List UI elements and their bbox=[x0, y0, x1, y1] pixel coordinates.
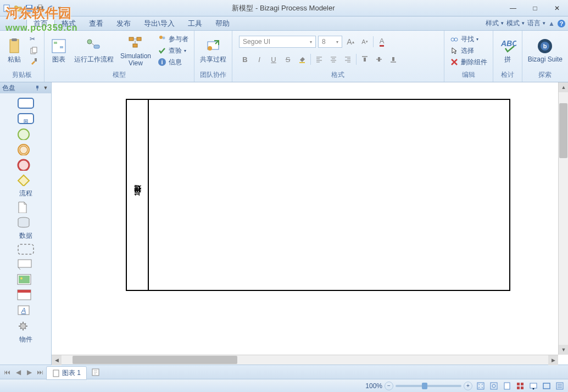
palette-start-event[interactable] bbox=[0, 126, 51, 142]
pin-icon[interactable] bbox=[35, 85, 40, 91]
strikethrough-button[interactable]: S bbox=[282, 53, 294, 65]
tab-nav-prev-icon[interactable]: ◀ bbox=[13, 367, 23, 377]
pool[interactable]: 进程 1 bbox=[126, 99, 510, 291]
palette-task[interactable] bbox=[0, 96, 51, 111]
format-painter-button[interactable] bbox=[27, 57, 41, 66]
horizontal-scrollbar[interactable]: ◀ ▶ bbox=[52, 355, 558, 365]
palette-gear[interactable] bbox=[0, 318, 51, 334]
zoom-slider[interactable] bbox=[396, 385, 461, 387]
simulation-view-button[interactable]: SimulationView bbox=[118, 33, 153, 68]
shrink-font-button[interactable]: A▾ bbox=[359, 36, 371, 48]
language-dropdown[interactable]: 语言 ▼ bbox=[527, 19, 546, 28]
align-left-button[interactable] bbox=[313, 53, 325, 65]
bizagi-suite-button[interactable]: b Bizagi Suite bbox=[526, 36, 565, 64]
spell-button[interactable]: ABC 拼 bbox=[497, 36, 519, 64]
palette-data-object[interactable] bbox=[0, 199, 51, 215]
save-icon[interactable] bbox=[24, 3, 34, 13]
cut-button[interactable]: ✂ bbox=[27, 35, 41, 44]
palette-annotation[interactable] bbox=[0, 257, 51, 272]
palette-dropdown-icon[interactable]: ▼ bbox=[42, 85, 49, 91]
palette-header[interactable] bbox=[0, 288, 51, 303]
help-icon[interactable]: ? bbox=[557, 19, 566, 28]
align-right-button[interactable] bbox=[342, 53, 354, 65]
grow-font-button[interactable]: A▴ bbox=[344, 36, 357, 48]
scroll-up-icon[interactable]: ▲ bbox=[559, 82, 568, 92]
view-grid-icon[interactable] bbox=[515, 381, 525, 391]
vertical-scrollbar[interactable]: ▲ ▼ bbox=[558, 82, 568, 355]
zoom-level[interactable]: 100% bbox=[365, 382, 382, 390]
scroll-thumb[interactable] bbox=[559, 103, 567, 158]
fill-color-button[interactable] bbox=[296, 53, 308, 65]
font-size-combo[interactable]: 8▾ bbox=[318, 36, 342, 48]
participants-button[interactable]: 参与者 bbox=[155, 34, 191, 44]
validate-button[interactable]: 查验 ▾ bbox=[155, 46, 191, 56]
palette-text-format[interactable]: A bbox=[0, 303, 51, 318]
find-button[interactable]: 寻找 ▾ bbox=[448, 34, 489, 44]
view-page-icon[interactable] bbox=[502, 381, 512, 391]
new-tab-button[interactable] bbox=[88, 368, 103, 377]
app-menu-button[interactable] bbox=[2, 17, 26, 30]
zoom-slider-thumb[interactable] bbox=[422, 383, 427, 389]
palette-subprocess[interactable] bbox=[0, 111, 51, 126]
tab-nav-last-icon[interactable]: ⏭ bbox=[35, 367, 45, 377]
minimize-button[interactable]: — bbox=[502, 1, 524, 15]
scroll-down-icon[interactable]: ▼ bbox=[559, 345, 568, 355]
palette-intermediate-event[interactable] bbox=[0, 142, 51, 157]
underline-button[interactable]: U bbox=[268, 53, 280, 65]
tab-nav-next-icon[interactable]: ▶ bbox=[24, 367, 34, 377]
palette-gateway[interactable] bbox=[0, 172, 51, 188]
zoom-in-button[interactable]: + bbox=[464, 382, 472, 390]
copy-button[interactable] bbox=[27, 46, 41, 55]
palette-image[interactable] bbox=[0, 272, 51, 288]
zoom-out-button[interactable]: − bbox=[385, 382, 393, 390]
view-list-icon[interactable] bbox=[555, 381, 565, 391]
font-combo[interactable]: Segoe UI▾ bbox=[239, 36, 316, 48]
info-button[interactable]: i信息 bbox=[155, 57, 191, 68]
tab-tools[interactable]: 工具 bbox=[181, 16, 209, 31]
tab-export-import[interactable]: 导出\导入 bbox=[137, 16, 181, 31]
align-bottom-button[interactable] bbox=[387, 53, 399, 65]
document-tab[interactable]: 图表 1 bbox=[46, 366, 87, 380]
undo-icon[interactable] bbox=[46, 3, 56, 13]
scroll-right-icon[interactable]: ▶ bbox=[548, 355, 558, 365]
palette-cat-flow: 流程 bbox=[0, 188, 51, 199]
close-button[interactable]: ✕ bbox=[546, 1, 568, 15]
zoom-100-icon[interactable] bbox=[489, 381, 499, 391]
mode-dropdown[interactable]: 模式 ▼ bbox=[506, 19, 525, 28]
new-icon[interactable] bbox=[2, 3, 12, 13]
qat-dropdown-icon[interactable]: ▼ bbox=[57, 5, 63, 11]
palette-end-event[interactable] bbox=[0, 157, 51, 172]
view-fullscreen-icon[interactable] bbox=[542, 381, 552, 391]
diagram-button[interactable]: 图表 bbox=[48, 36, 70, 64]
select-button[interactable]: 选择 bbox=[448, 46, 489, 56]
view-presentation-icon[interactable] bbox=[528, 381, 538, 391]
italic-button[interactable]: I bbox=[253, 53, 265, 65]
maximize-button[interactable]: □ bbox=[524, 1, 546, 15]
tab-view[interactable]: 查看 bbox=[82, 16, 110, 31]
scroll-left-icon[interactable]: ◀ bbox=[52, 355, 62, 365]
tab-publish[interactable]: 发布 bbox=[110, 16, 137, 31]
style-dropdown[interactable]: 样式 ▼ bbox=[486, 19, 504, 28]
workflow-button[interactable]: 运行工作流程 bbox=[72, 36, 116, 64]
tab-format[interactable]: 格式 bbox=[55, 16, 82, 31]
scroll-thumb[interactable] bbox=[73, 356, 237, 364]
tab-help[interactable]: 帮助 bbox=[209, 16, 236, 31]
minimize-ribbon-icon[interactable]: ▲ bbox=[548, 20, 555, 27]
tab-home[interactable]: 首页 bbox=[26, 16, 55, 31]
tab-nav-first-icon[interactable]: ⏮ bbox=[2, 367, 12, 377]
align-top-button[interactable] bbox=[359, 53, 371, 65]
canvas[interactable]: 进程 1 bbox=[52, 82, 568, 365]
pool-header[interactable]: 进程 1 bbox=[127, 100, 149, 290]
print-icon[interactable] bbox=[35, 3, 45, 13]
bold-button[interactable]: B bbox=[239, 53, 251, 65]
paste-button[interactable]: 粘贴 bbox=[3, 36, 25, 64]
font-color-button[interactable]: A bbox=[376, 36, 388, 48]
open-icon[interactable] bbox=[13, 3, 23, 13]
align-middle-button[interactable] bbox=[373, 53, 385, 65]
palette-group[interactable] bbox=[0, 242, 51, 257]
share-button[interactable]: 共享过程 bbox=[198, 36, 229, 64]
zoom-fit-icon[interactable] bbox=[476, 381, 486, 391]
delete-button[interactable]: 删除组件 bbox=[448, 57, 489, 68]
align-center-button[interactable] bbox=[327, 53, 339, 65]
palette-data-store[interactable] bbox=[0, 215, 51, 230]
